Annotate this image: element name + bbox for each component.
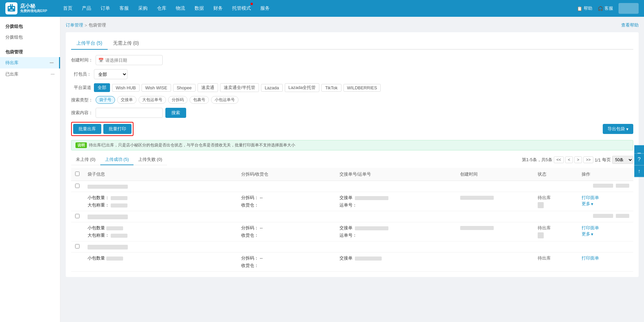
per-page-select[interactable]: 50条 100条 200条 <box>612 156 633 164</box>
nav-purchase[interactable]: 采购 <box>134 0 152 17</box>
search-type-bag[interactable]: 袋子号 <box>96 96 115 104</box>
main-tabs: 上传平台 (5) 无需上传 (0) <box>71 38 633 50</box>
packer-select[interactable]: 全部 <box>94 69 127 79</box>
nav-warehouse[interactable]: 仓库 <box>153 0 170 17</box>
row1-split-header <box>237 181 335 192</box>
row3-print-link[interactable]: 打印面单 <box>582 256 599 261</box>
nav-home[interactable]: 首页 <box>59 0 76 17</box>
nav-service[interactable]: 客服 <box>115 0 133 17</box>
help-link[interactable]: 查看帮助 <box>621 22 639 28</box>
platform-btn-speedsell-managed[interactable]: 速卖通全/半托管 <box>220 83 259 92</box>
row1-checkbox[interactable] <box>75 184 79 188</box>
search-content-input[interactable] <box>96 108 163 118</box>
platform-btn-tiktok[interactable]: TikTok <box>321 84 341 92</box>
search-type-split-code[interactable]: 分拆码 <box>168 96 187 104</box>
sidebar-item-fenbo[interactable]: 分拨组包 <box>0 32 60 43</box>
row2-top-blurred2 <box>616 214 629 218</box>
row1-warehouse: 收货仓： <box>241 202 331 208</box>
platform-btn-speedsell[interactable]: 速卖通 <box>198 83 218 92</box>
row3-exchange-label: 交接单 <box>339 256 353 261</box>
help-widget-btn[interactable]: ? <box>634 153 644 165</box>
breadcrumb-path: 订单管理 > 包袋管理 <box>66 22 106 28</box>
create-time-input[interactable] <box>96 55 163 65</box>
row2-id-cell <box>84 211 237 222</box>
nav-data[interactable]: 数据 <box>191 0 208 17</box>
sidebar-group1-title: 分拨组包 <box>0 20 60 32</box>
sub-tab-upload-success[interactable]: 上传成功 (5) <box>100 154 134 165</box>
right-float-widget: 咨询客服 ? ↑ <box>634 145 644 177</box>
breadcrumb-parent[interactable]: 订单管理 <box>66 22 83 28</box>
batch-outbound-button[interactable]: 批量出库 <box>73 124 101 134</box>
platform-btn-wish-wise[interactable]: Wish WISE <box>142 84 171 92</box>
nav-product[interactable]: 产品 <box>78 0 95 17</box>
row2-detail-checkbox <box>71 222 84 241</box>
platform-btn-wish-hub[interactable]: Wish HUB <box>112 84 140 92</box>
customer-service-nav-item[interactable]: 🎧 客服 <box>598 5 613 11</box>
batch-print-button[interactable]: 批量打印 <box>103 124 131 134</box>
nav-managed[interactable]: 托管模式 <box>228 0 255 17</box>
row1-status-text: 待出库 <box>538 195 574 201</box>
nav-finance[interactable]: 财务 <box>209 0 227 17</box>
row2-detail-split: 分拆码： -- 收货仓： <box>237 222 335 241</box>
platform-btn-wildberries[interactable]: WILDBERRIES <box>343 84 381 92</box>
sub-tab-upload-failed[interactable]: 上传失败 (0) <box>133 154 167 165</box>
nav-order[interactable]: 订单 <box>97 0 114 17</box>
search-type-small-waybill[interactable]: 小包运单号 <box>211 96 238 104</box>
platform-btn-shopee[interactable]: Shopee <box>173 84 196 92</box>
row1-more-link[interactable]: 更多 ▾ <box>582 201 629 207</box>
tab-upload-platform[interactable]: 上传平台 (5) <box>71 38 108 50</box>
search-type-handover[interactable]: 交接单 <box>117 96 137 104</box>
first-page-btn[interactable]: << <box>554 156 564 163</box>
sidebar-divider <box>0 43 60 46</box>
sidebar-item-pending[interactable]: 待出库 <box>0 57 60 68</box>
next-page-btn[interactable]: > <box>574 156 582 163</box>
row2-id-blurred <box>88 215 128 219</box>
consult-btn[interactable]: 咨询客服 <box>634 145 644 153</box>
sub-tab-not-uploaded[interactable]: 未上传 (0) <box>71 154 100 165</box>
prev-page-btn[interactable]: < <box>565 156 573 163</box>
search-type-bigbag-waybill[interactable]: 大包运单号 <box>139 96 166 104</box>
row3-id-blurred <box>88 245 128 249</box>
platform-btn-lazada-managed[interactable]: Lazada全托管 <box>285 83 320 92</box>
row2-exchange: 交接单 <box>339 225 452 231</box>
sidebar-item-outbound[interactable]: 已出库 <box>0 68 60 80</box>
nav-menu: 首页 产品 订单 客服 采购 仓库 物流 数据 财务 托管模式 服务 <box>59 0 577 17</box>
row3-id-cell <box>84 241 237 252</box>
nav-right: 📋 帮助 🎧 客服 <box>577 3 639 14</box>
row1-top-blurred1 <box>593 184 613 188</box>
table-select-all-checkbox[interactable] <box>75 172 79 176</box>
action-left: 批量出库 批量打印 <box>71 122 133 136</box>
tab-no-upload[interactable]: 无需上传 (0) <box>108 38 144 50</box>
row3-small-count: 小包数量 <box>88 255 233 261</box>
logo-subtitle: 免费跨境电商ERP <box>20 9 47 13</box>
logo: 店小秘 免费跨境电商ERP <box>5 2 52 14</box>
row2-more-link[interactable]: 更多 ▾ <box>582 231 629 237</box>
nav-services[interactable]: 服务 <box>256 0 274 17</box>
row3-checkbox[interactable] <box>75 244 79 248</box>
row2-print-link[interactable]: 打印面单 <box>582 225 599 230</box>
row2-big-weight: 大包称重： <box>88 232 233 238</box>
row3-checkbox-cell <box>71 241 84 252</box>
search-button[interactable]: 搜索 <box>165 108 186 118</box>
row1-split-code-value: -- <box>260 195 263 200</box>
export-button[interactable]: 导出包袋 ▾ <box>603 124 633 134</box>
sidebar-item-pending-label: 待出库 <box>5 60 18 66</box>
row1-big-weight-label: 大包称重： <box>88 202 109 208</box>
last-page-btn[interactable]: >> <box>583 156 593 163</box>
row3-detail-split: 分拆码： -- 收货仓： <box>237 252 335 272</box>
platform-btn-lazada[interactable]: Lazada <box>261 84 283 92</box>
row2-checkbox[interactable] <box>75 214 79 218</box>
row2-small-count-value <box>106 226 123 230</box>
help-icon: 📋 <box>577 6 582 11</box>
help-nav-item[interactable]: 📋 帮助 <box>577 5 592 11</box>
sub-tabs-area: 未上传 (0) 上传成功 (5) 上传失败 (0) 第1-5条，共5条 << <… <box>71 154 633 165</box>
info-note-text: 待出库/已出库，只是店小秘区分的包袋是否出仓状态，与平台仓库是否揽收无关，批量打… <box>89 142 295 148</box>
platform-buttons: 全部 Wish HUB Wish WISE Shopee 速卖通 速卖通全/半托… <box>94 83 381 92</box>
filter-search-type: 搜索类型： 袋子号 交接单 大包运单号 分拆码 包裹号 小包运单号 <box>71 96 633 104</box>
platform-btn-all[interactable]: 全部 <box>94 83 110 92</box>
scroll-top-btn[interactable]: ↑ <box>634 165 644 177</box>
nav-logistics[interactable]: 物流 <box>172 0 189 17</box>
row1-print-link[interactable]: 打印面单 <box>582 195 599 200</box>
search-type-parcel[interactable]: 包裹号 <box>190 96 209 104</box>
user-avatar[interactable] <box>619 3 639 14</box>
